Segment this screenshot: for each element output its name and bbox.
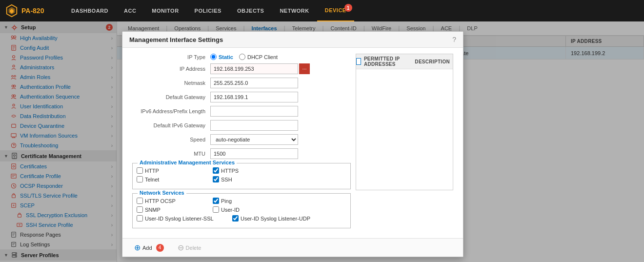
- netmask-label: Netmask: [132, 80, 210, 86]
- permitted-ip-body: [356, 69, 453, 190]
- nav-network[interactable]: NETWORK: [272, 0, 317, 21]
- http-ocsp-checkbox[interactable]: [137, 198, 143, 204]
- nav-monitor[interactable]: MONITOR: [144, 0, 186, 21]
- ip-type-row: IP Type Static DHCP Client: [132, 54, 351, 60]
- admin-services-group: Administrative Management Services HTTP …: [132, 163, 351, 189]
- app-name: PA-820: [21, 7, 44, 15]
- modal-overlay: Management Interface Settings ? IP Type …: [0, 21, 644, 262]
- ipv6-input[interactable]: [210, 106, 298, 117]
- user-id-item[interactable]: User-ID: [213, 206, 281, 213]
- https-label: HTTPS: [221, 168, 239, 174]
- ip-type-control: Static DHCP Client: [210, 54, 351, 60]
- modal-help-icon[interactable]: ?: [452, 36, 456, 43]
- mtu-input[interactable]: [210, 148, 298, 159]
- ssh-checkbox-item[interactable]: SSH: [213, 176, 281, 182]
- footer-badge4: 4: [156, 244, 164, 252]
- permitted-checkbox[interactable]: [356, 58, 361, 65]
- default-ipv6-label: Default IPv6 Gateway: [132, 122, 210, 128]
- default-gateway-input[interactable]: [210, 92, 298, 102]
- ip-type-label: IP Type: [132, 54, 210, 60]
- speed-control: auto-negotiate: [210, 134, 351, 145]
- nav-objects[interactable]: OBJECTS: [229, 0, 272, 21]
- network-services-row1: HTTP OCSP Ping: [137, 198, 346, 204]
- speed-row: Speed auto-negotiate: [132, 134, 351, 145]
- modal-header: Management Interface Settings ?: [122, 32, 463, 48]
- http-checkbox-item[interactable]: HTTP: [137, 167, 205, 174]
- nav-dashboard[interactable]: DASHBOARD: [63, 0, 116, 21]
- ipv6-row: IPv6 Address/Prefix Length: [132, 106, 351, 117]
- delete-label: Delete: [186, 245, 201, 251]
- default-ipv6-input[interactable]: [210, 120, 298, 131]
- https-checkbox[interactable]: [213, 167, 219, 174]
- add-button[interactable]: ⊕ Add 4: [129, 242, 169, 254]
- top-navigation: PA-820 DASHBOARD ACC MONITOR POLICIES OB…: [0, 0, 644, 21]
- netmask-row: Netmask: [132, 78, 351, 88]
- radio-dhcp[interactable]: DHCP Client: [239, 54, 278, 60]
- modal-body: IP Type Static DHCP Client: [122, 48, 463, 238]
- user-id-checkbox[interactable]: [213, 206, 219, 213]
- app-logo: PA-820: [5, 4, 54, 18]
- admin-services-row2: Telnet SSH: [137, 176, 346, 182]
- default-ipv6-control: [210, 120, 351, 131]
- ssh-checkbox[interactable]: [213, 176, 219, 182]
- telnet-checkbox-item[interactable]: Telnet: [137, 176, 205, 182]
- permitted-ip-panel: PERMITTED IP ADDRESSES DESCRIPTION: [356, 54, 453, 232]
- nav-device[interactable]: DEVICE 1: [317, 0, 354, 21]
- ip-address-input[interactable]: [210, 63, 298, 74]
- netmask-input[interactable]: [210, 78, 298, 88]
- ip-input-container: ···: [210, 63, 310, 74]
- speed-label: Speed: [132, 137, 210, 142]
- default-gateway-label: Default Gateway: [132, 94, 210, 100]
- management-interface-modal: Management Interface Settings ? IP Type …: [122, 31, 463, 257]
- nav-acc[interactable]: ACC: [116, 0, 144, 21]
- user-id-check-label: User-ID: [221, 207, 240, 213]
- ipv6-label: IPv6 Address/Prefix Length: [132, 108, 210, 114]
- admin-services-row1: HTTP HTTPS: [137, 167, 346, 174]
- ping-item[interactable]: Ping: [213, 198, 281, 204]
- snmp-item[interactable]: SNMP: [137, 206, 205, 213]
- default-gateway-control: [210, 92, 351, 102]
- syslog-udp-checkbox[interactable]: [232, 215, 239, 222]
- http-checkbox[interactable]: [137, 167, 143, 174]
- permitted-header: PERMITTED IP ADDRESSES DESCRIPTION: [356, 54, 453, 69]
- pa-logo-icon: [5, 4, 19, 18]
- ip-address-control: ···: [210, 63, 351, 74]
- snmp-check-label: SNMP: [145, 207, 161, 213]
- telnet-label: Telnet: [145, 177, 159, 182]
- radio-dhcp-label: DHCP Client: [247, 54, 278, 60]
- permitted-desc-header: DESCRIPTION: [412, 57, 453, 66]
- speed-select[interactable]: auto-negotiate: [210, 134, 298, 145]
- radio-static-input[interactable]: [210, 54, 217, 60]
- ipv6-control: [210, 106, 351, 117]
- default-ipv6-row: Default IPv6 Gateway: [132, 120, 351, 131]
- permitted-ip-header: PERMITTED IP ADDRESSES: [361, 54, 412, 69]
- network-services-group: Network Services HTTP OCSP Ping: [132, 193, 351, 228]
- modal-footer: ⊕ Add 4 ⊖ Delete: [122, 238, 463, 257]
- delete-icon: ⊖: [178, 243, 184, 252]
- nav-items: DASHBOARD ACC MONITOR POLICIES OBJECTS N…: [63, 0, 639, 21]
- mtu-label: MTU: [132, 151, 210, 157]
- syslog-udp-label: User-ID Syslog Listener-UDP: [241, 216, 310, 222]
- syslog-udp-item[interactable]: User-ID Syslog Listener-UDP: [232, 215, 320, 222]
- add-icon: ⊕: [134, 243, 141, 252]
- ip-address-row: IP Address ···: [132, 63, 351, 74]
- default-gateway-row: Default Gateway: [132, 92, 351, 102]
- ping-checkbox[interactable]: [213, 198, 219, 204]
- http-ocsp-label: HTTP OCSP: [145, 198, 176, 204]
- http-ocsp-item[interactable]: HTTP OCSP: [137, 198, 205, 204]
- mtu-control: [210, 148, 351, 159]
- nav-device-label: DEVICE: [325, 7, 346, 13]
- ip-dots-button[interactable]: ···: [299, 63, 310, 74]
- network-services-row3: User-ID Syslog Listener-SSL User-ID Sysl…: [137, 215, 346, 222]
- radio-static[interactable]: Static: [210, 54, 233, 60]
- snmp-checkbox[interactable]: [137, 206, 143, 213]
- mtu-row: MTU: [132, 148, 351, 159]
- syslog-ssl-checkbox[interactable]: [137, 215, 143, 222]
- telnet-checkbox[interactable]: [137, 176, 143, 182]
- delete-button[interactable]: ⊖ Delete: [173, 242, 206, 254]
- https-checkbox-item[interactable]: HTTPS: [213, 167, 281, 174]
- radio-dhcp-input[interactable]: [239, 54, 245, 60]
- nav-policies[interactable]: POLICIES: [187, 0, 229, 21]
- syslog-ssl-label: User-ID Syslog Listener-SSL: [145, 216, 214, 222]
- syslog-ssl-item[interactable]: User-ID Syslog Listener-SSL: [137, 215, 224, 222]
